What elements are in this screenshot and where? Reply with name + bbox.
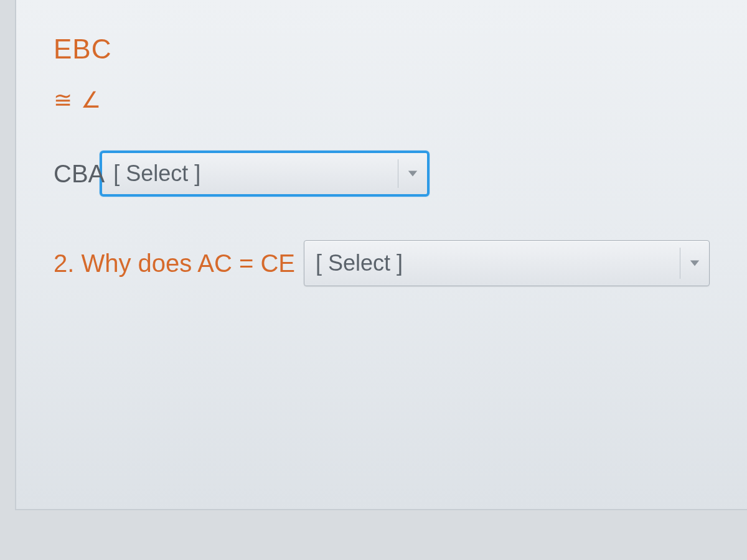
question-2-row: 2. Why does AC = CE [ Select ] <box>54 240 710 286</box>
select-2-placeholder: [ Select ] <box>316 250 403 276</box>
svg-marker-0 <box>408 171 417 177</box>
svg-marker-1 <box>690 260 699 266</box>
question-panel: EBC ≅ ∠ CBA [ Select ] 2. Why does AC = … <box>15 0 747 510</box>
text-ebc: EBC <box>54 34 111 64</box>
congruent-symbol: ≅ <box>54 87 72 113</box>
select-1-placeholder: [ Select ] <box>113 161 200 187</box>
line-ebc: EBC <box>54 34 710 65</box>
cba-row: CBA [ Select ] <box>54 151 710 197</box>
select-dropdown-2[interactable]: [ Select ] <box>304 240 710 286</box>
chevron-down-icon <box>407 169 418 178</box>
text-cba: CBA <box>54 160 105 188</box>
symbols-row: ≅ ∠ <box>54 87 710 113</box>
chevron-down-icon <box>689 259 700 268</box>
select-1-caret <box>398 159 421 188</box>
select-2-caret <box>680 248 703 279</box>
select-dropdown-1[interactable]: [ Select ] <box>100 151 430 197</box>
angle-symbol: ∠ <box>81 87 101 113</box>
question-2-text: 2. Why does AC = CE <box>54 250 295 278</box>
